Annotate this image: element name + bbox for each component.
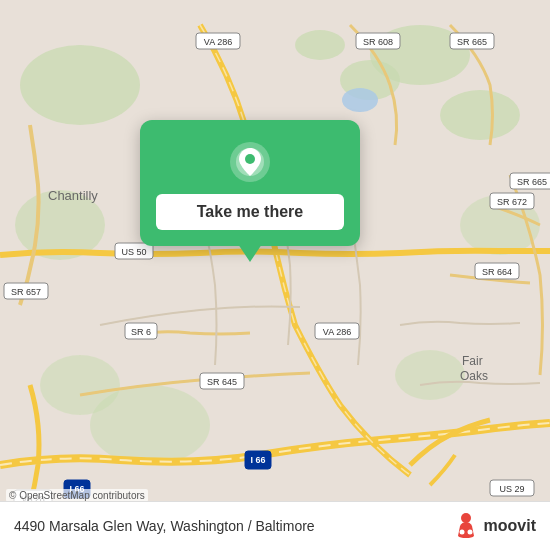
- address-text: 4490 Marsala Glen Way, Washington / Balt…: [14, 518, 315, 534]
- svg-text:SR 665: SR 665: [517, 177, 547, 187]
- svg-point-49: [459, 530, 464, 535]
- svg-point-47: [245, 154, 255, 164]
- svg-text:US 50: US 50: [121, 247, 146, 257]
- moovit-brand-icon: [452, 512, 480, 540]
- svg-text:SR 665: SR 665: [457, 37, 487, 47]
- svg-text:VA 286: VA 286: [323, 327, 351, 337]
- location-pin-icon: [228, 140, 272, 184]
- svg-text:Oaks: Oaks: [460, 369, 488, 383]
- svg-text:SR 608: SR 608: [363, 37, 393, 47]
- moovit-logo: moovit: [452, 512, 536, 540]
- svg-point-8: [40, 355, 120, 415]
- moovit-brand-text: moovit: [484, 517, 536, 535]
- svg-point-9: [395, 350, 465, 400]
- take-me-there-button[interactable]: Take me there: [156, 194, 344, 230]
- svg-point-50: [467, 530, 472, 535]
- svg-point-3: [440, 90, 520, 140]
- map-background: SR 665 SR 665 SR 608 VA 286 VA 286 US 50…: [0, 0, 550, 550]
- svg-point-48: [461, 513, 471, 523]
- svg-text:US 29: US 29: [499, 484, 524, 494]
- svg-text:I 66: I 66: [250, 455, 265, 465]
- svg-text:SR 645: SR 645: [207, 377, 237, 387]
- svg-text:VA 286: VA 286: [204, 37, 232, 47]
- svg-point-11: [342, 88, 378, 112]
- svg-text:SR 672: SR 672: [497, 197, 527, 207]
- svg-text:SR 657: SR 657: [11, 287, 41, 297]
- svg-text:Chantilly: Chantilly: [48, 188, 98, 203]
- svg-text:SR 6: SR 6: [131, 327, 151, 337]
- map-container: SR 665 SR 665 SR 608 VA 286 VA 286 US 50…: [0, 0, 550, 550]
- popup-card: Take me there: [140, 120, 360, 246]
- svg-text:SR 664: SR 664: [482, 267, 512, 277]
- svg-point-5: [295, 30, 345, 60]
- bottom-bar: 4490 Marsala Glen Way, Washington / Balt…: [0, 501, 550, 550]
- svg-point-1: [20, 45, 140, 125]
- svg-text:Fair: Fair: [462, 354, 483, 368]
